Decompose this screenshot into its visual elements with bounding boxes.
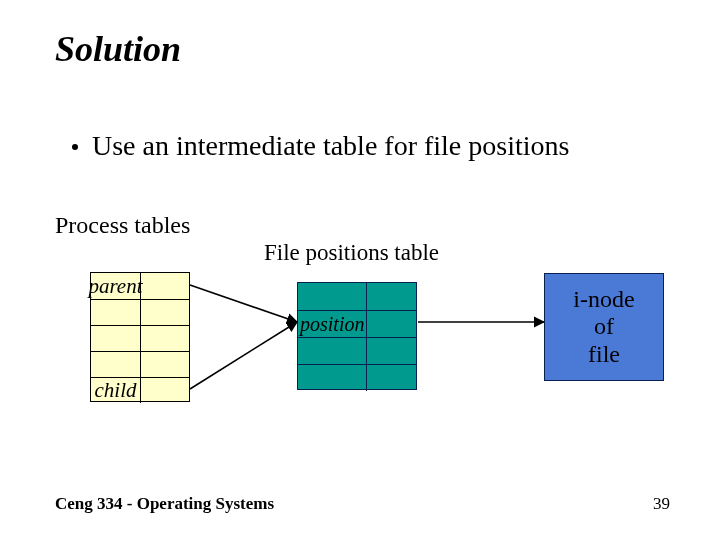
cell-text (91, 300, 140, 325)
cell-text (91, 326, 140, 351)
slide: Solution Use an intermediate table for f… (0, 0, 720, 540)
cell-text: child (91, 378, 140, 403)
table-row: position (298, 310, 416, 337)
cell-text (91, 352, 140, 377)
page-number: 39 (653, 494, 670, 514)
table-row (298, 283, 416, 310)
bullet-dot-icon (72, 144, 78, 150)
slide-title: Solution (55, 28, 181, 70)
arrow-child-to-position (190, 322, 297, 389)
bullet-item: Use an intermediate table for file posit… (72, 130, 569, 162)
bullet-text: Use an intermediate table for file posit… (92, 130, 569, 161)
footer-text: Ceng 334 - Operating Systems (55, 494, 274, 514)
table-row: child (91, 377, 189, 403)
process-table: parent child (90, 272, 190, 402)
arrows-svg (0, 0, 720, 540)
table-row: parent (91, 273, 189, 299)
table-row (298, 364, 416, 391)
table-row (91, 325, 189, 351)
process-tables-label: Process tables (55, 212, 190, 239)
arrow-parent-to-position (190, 285, 297, 322)
inode-box: i-node of file (544, 273, 664, 381)
cell-text (298, 283, 366, 310)
file-positions-table: position (297, 282, 417, 390)
cell-text (298, 365, 366, 391)
cell-text: parent (91, 273, 140, 299)
cell-text: position (298, 311, 366, 337)
inode-text: i-node of file (573, 286, 634, 369)
file-positions-label: File positions table (264, 240, 439, 266)
table-row (298, 337, 416, 364)
cell-text (298, 338, 366, 364)
table-row (91, 351, 189, 377)
table-row (91, 299, 189, 325)
